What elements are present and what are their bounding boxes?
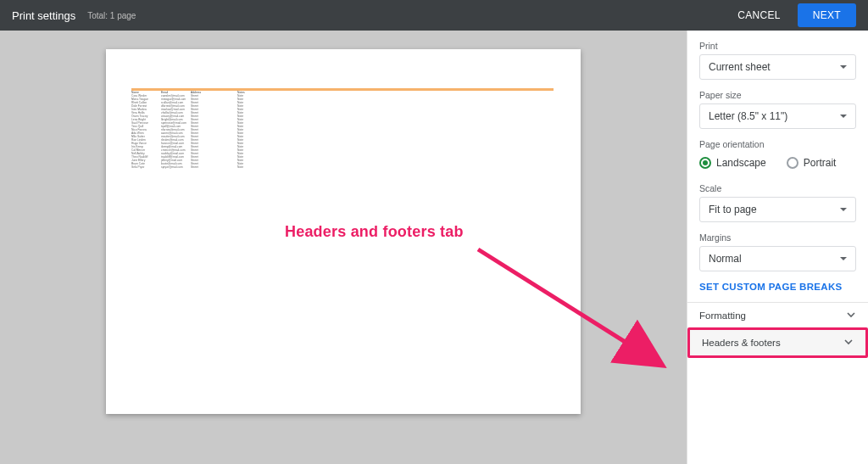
margins-value: Normal	[709, 253, 742, 265]
headers-footers-section[interactable]: Headers & footers	[690, 330, 865, 355]
paper-size-select[interactable]: Letter (8.5" x 11")	[699, 103, 856, 129]
page-count: Total: 1 page	[87, 11, 136, 20]
preview-cell: Note	[237, 165, 284, 169]
print-range-label: Print	[699, 41, 856, 51]
orientation-landscape-label: Landscape	[716, 157, 766, 169]
orientation-portrait-label: Portrait	[804, 157, 837, 169]
print-range-value: Current sheet	[709, 61, 771, 73]
cancel-button[interactable]: CANCEL	[726, 9, 792, 21]
page-orientation-label: Page orientation	[699, 139, 856, 149]
headers-footers-section-label: Headers & footers	[702, 338, 781, 348]
preview-sheet: NameEmailAddressNotesCora Wexlercwexler@…	[131, 88, 554, 169]
scale-label: Scale	[699, 183, 856, 193]
page-title: Print settings	[12, 9, 75, 22]
preview-cell: Sela Pryor	[131, 165, 161, 169]
radio-unchecked-icon	[787, 157, 798, 169]
orientation-portrait-option[interactable]: Portrait	[787, 157, 837, 169]
caret-down-icon	[840, 257, 847, 260]
margins-select[interactable]: Normal	[699, 246, 856, 271]
paper-size-value: Letter (8.5" x 11")	[709, 110, 787, 122]
chevron-down-icon	[846, 310, 856, 321]
print-range-select[interactable]: Current sheet	[699, 54, 856, 80]
margins-label: Margins	[699, 232, 856, 243]
orientation-landscape-option[interactable]: Landscape	[699, 157, 766, 169]
caret-down-icon	[840, 208, 847, 211]
headers-footers-highlight: Headers & footers	[687, 327, 868, 358]
topbar: Print settings Total: 1 page CANCEL NEXT	[0, 0, 868, 31]
radio-checked-icon	[699, 157, 711, 169]
print-settings-sidebar: Print Current sheet Paper size Letter (8…	[687, 31, 868, 464]
chevron-down-icon	[843, 337, 854, 349]
caret-down-icon	[840, 115, 847, 118]
preview-cell: Street	[191, 165, 237, 169]
preview-cell: spryor@mail.com	[161, 165, 191, 169]
set-custom-page-breaks-button[interactable]: SET CUSTOM PAGE BREAKS	[699, 282, 856, 292]
scale-value: Fit to page	[709, 204, 757, 215]
scale-select[interactable]: Fit to page	[699, 197, 856, 222]
formatting-section[interactable]: Formatting	[687, 302, 868, 327]
next-button[interactable]: NEXT	[798, 3, 856, 27]
annotation-label: Headers and footers tab	[285, 223, 464, 241]
formatting-section-label: Formatting	[699, 310, 746, 321]
print-preview-area: NameEmailAddressNotesCora Wexlercwexler@…	[0, 31, 687, 464]
paper-size-label: Paper size	[699, 90, 856, 100]
caret-down-icon	[840, 65, 847, 69]
